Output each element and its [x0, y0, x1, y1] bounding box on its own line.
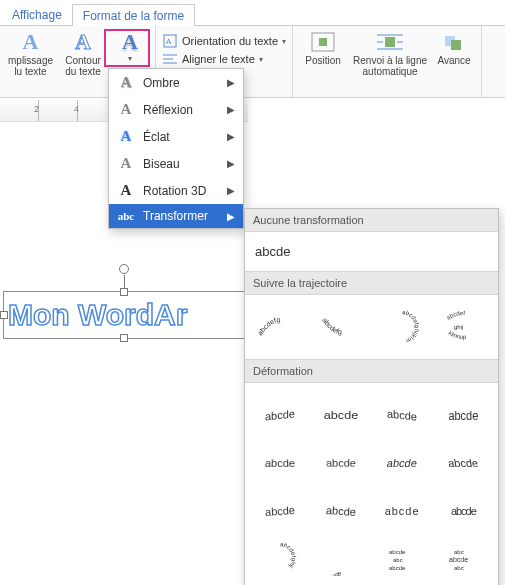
warp-thumb[interactable]: abcde: [253, 491, 306, 531]
warp-thumb[interactable]: abcde: [314, 491, 367, 531]
svg-rect-13: [451, 40, 461, 50]
svg-text:abc: abc: [454, 549, 464, 555]
text-effects-dropdown: A Ombre ▶ A Réflexion ▶ A Éclat ▶ A Bise…: [108, 68, 244, 229]
ribbon: A mplissage lu texte A Contour du texte …: [0, 26, 505, 98]
svg-rect-7: [385, 37, 395, 47]
position-button[interactable]: Position: [299, 29, 347, 68]
warp-thumb[interactable]: abcde: [376, 491, 429, 531]
letter-a-3d-icon: A: [117, 182, 135, 199]
text-orientation-button[interactable]: A Orientation du texte ▾: [162, 32, 286, 50]
chevron-right-icon: ▶: [227, 104, 235, 115]
effect-shadow-label: Ombre: [143, 76, 180, 90]
wrap-text-button[interactable]: Renvoi à la ligne automatique: [351, 29, 429, 79]
warp-thumb[interactable]: abcde: [314, 443, 367, 483]
warp-thumb[interactable]: abcde: [314, 395, 367, 435]
advance-icon: [441, 31, 467, 53]
warp-thumb[interactable]: abcde: [253, 443, 306, 483]
svg-text:abc: abc: [393, 557, 403, 563]
letter-a-outline-icon: A: [70, 31, 96, 53]
warp-thumb[interactable]: abcde: [253, 395, 306, 435]
advance-label: Avance: [437, 55, 470, 66]
position-label: Position: [305, 55, 341, 66]
chevron-right-icon: ▶: [227, 185, 235, 196]
svg-text:klmnop: klmnop: [448, 330, 468, 340]
tab-display[interactable]: Affichage: [2, 4, 72, 25]
chevron-right-icon: ▶: [227, 131, 235, 142]
warp-thumb[interactable]: abcdefghij: [253, 539, 306, 579]
ruler-tick: 2: [34, 104, 39, 114]
text-effects-button[interactable]: A ▾: [111, 29, 149, 66]
transform-follow-header: Suivre la trajectoire: [245, 271, 498, 295]
warp-thumb[interactable]: abcde: [376, 395, 429, 435]
transform-subpanel: Aucune transformation abcde Suivre la tr…: [244, 208, 499, 585]
chevron-right-icon: ▶: [227, 158, 235, 169]
advance-button[interactable]: Avance: [433, 29, 475, 68]
svg-text:abcde: abcde: [389, 549, 406, 555]
text-fill-label: mplissage lu texte: [8, 55, 53, 77]
warp-thumb[interactable]: abcde: [437, 491, 490, 531]
resize-handle-left[interactable]: [0, 311, 8, 319]
selection-box: [3, 291, 245, 339]
arrange-group: Position Renvoi à la ligne automatique A…: [293, 26, 482, 97]
align-text-button[interactable]: Aligner le texte ▾: [162, 50, 263, 68]
chevron-right-icon: ▶: [227, 211, 235, 222]
letter-a-effects-icon: A: [117, 31, 143, 53]
wordart-selection[interactable]: Mon WordAr: [8, 296, 240, 334]
effect-transform[interactable]: abc Transformer ▶: [109, 204, 243, 228]
transform-none-thumb[interactable]: abcde: [253, 240, 292, 263]
effect-reflection[interactable]: A Réflexion ▶: [109, 96, 243, 123]
svg-text:abcdefghijklm: abcdefghijklm: [402, 310, 420, 344]
svg-text:abcdefg: abcdefg: [257, 316, 281, 337]
path-button[interactable]: abcdefghijklmnop: [437, 307, 490, 347]
svg-text:A: A: [166, 37, 172, 46]
rotation-handle[interactable]: [119, 264, 129, 274]
svg-rect-6: [319, 38, 327, 46]
effect-rotation3d-label: Rotation 3D: [143, 184, 206, 198]
letter-a-fill-icon: A: [18, 31, 44, 53]
effect-transform-label: Transformer: [143, 209, 208, 223]
path-circle[interactable]: abcdefghijklm: [376, 307, 429, 347]
effect-rotation3d[interactable]: A Rotation 3D ▶: [109, 177, 243, 204]
align-icon: [162, 52, 178, 66]
warp-thumb[interactable]: abcde: [376, 443, 429, 483]
effect-bevel[interactable]: A Biseau ▶: [109, 150, 243, 177]
resize-handle-top[interactable]: [120, 288, 128, 296]
chevron-right-icon: ▶: [227, 77, 235, 88]
svg-text:abcdefghij: abcdefghij: [328, 571, 342, 576]
align-text-label: Aligner le texte: [182, 53, 255, 65]
path-arc-down[interactable]: abcdefg: [253, 307, 306, 347]
effect-glow[interactable]: A Éclat ▶: [109, 123, 243, 150]
warp-thumb[interactable]: abcdefghij: [314, 539, 367, 579]
orientation-icon: A: [162, 34, 178, 48]
warp-thumb[interactable]: abcde: [437, 443, 490, 483]
wrap-text-label: Renvoi à la ligne automatique: [353, 55, 427, 77]
chevron-down-icon: ▾: [259, 55, 263, 64]
svg-text:abcdefghij: abcdefghij: [279, 542, 296, 569]
effect-shadow[interactable]: A Ombre ▶: [109, 69, 243, 96]
chevron-down-icon: ▾: [282, 37, 286, 46]
warp-thumb[interactable]: abcabcdeabc: [437, 539, 490, 579]
chevron-down-icon: ▾: [128, 55, 132, 64]
text-orientation-label: Orientation du texte: [182, 35, 278, 47]
ruler-tick: 4: [74, 104, 79, 114]
letter-a-bevel-icon: A: [117, 155, 135, 172]
svg-text:ghij: ghij: [454, 324, 463, 330]
position-icon: [310, 31, 336, 53]
text-fill-button[interactable]: A mplissage lu texte: [6, 29, 55, 79]
effect-glow-label: Éclat: [143, 130, 170, 144]
warp-thumb[interactable]: abcdeabcabcde: [376, 539, 429, 579]
svg-text:abcde: abcde: [389, 565, 406, 571]
svg-text:abcde: abcde: [449, 556, 468, 563]
svg-text:abcdefg: abcdefg: [321, 317, 342, 337]
resize-handle-bottom[interactable]: [120, 334, 128, 342]
warp-thumb[interactable]: abcde: [437, 395, 490, 435]
effect-bevel-label: Biseau: [143, 157, 180, 171]
letter-a-shadow-icon: A: [117, 74, 135, 91]
effect-reflection-label: Réflexion: [143, 103, 193, 117]
letter-a-transform-icon: abc: [117, 210, 135, 222]
transform-deform-header: Déformation: [245, 359, 498, 383]
path-arc-up[interactable]: abcdefg: [314, 307, 367, 347]
letter-a-reflection-icon: A: [117, 101, 135, 118]
text-outline-button[interactable]: A Contour du texte: [59, 29, 107, 79]
tab-format-shape[interactable]: Format de la forme: [72, 4, 195, 26]
